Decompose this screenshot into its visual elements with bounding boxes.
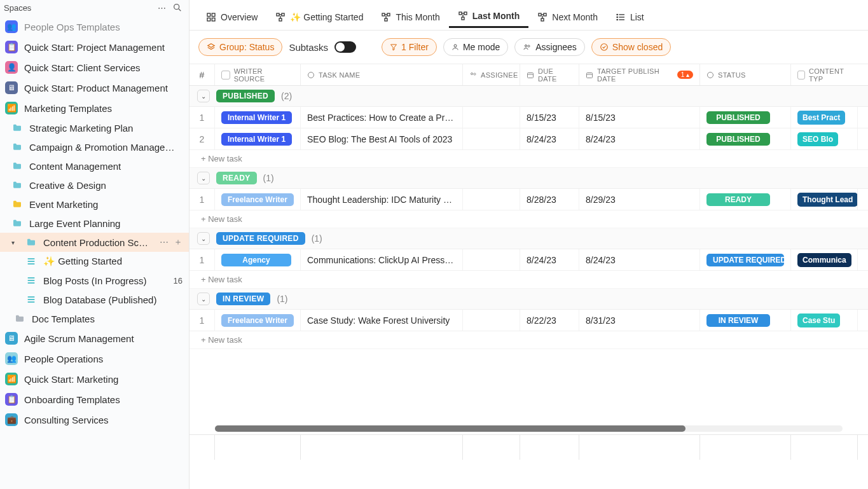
cell-content-type[interactable]: Thought Lead bbox=[791, 189, 858, 210]
new-task-button[interactable]: + New task bbox=[189, 271, 868, 289]
more-icon[interactable]: ⋯ bbox=[160, 237, 169, 247]
me-mode-chip[interactable]: Me mode bbox=[443, 38, 508, 56]
sort-badge[interactable]: 1▴ bbox=[677, 71, 693, 79]
cell-writer[interactable]: Internal Writer 1 bbox=[215, 128, 301, 149]
col-target-publish[interactable]: TARGET PUBLISH DATE 1▴ bbox=[579, 64, 700, 85]
cell-publish-date[interactable]: 8/24/23 bbox=[579, 128, 700, 149]
cell-task-name[interactable]: Best Practices: How to Create a Pr… bbox=[301, 107, 463, 128]
sidebar-item[interactable]: Large Event Planning bbox=[0, 214, 189, 233]
cell-content-type[interactable]: Communica bbox=[791, 249, 858, 270]
view-tab[interactable]: Last Month bbox=[449, 6, 529, 28]
sidebar-item[interactable]: 📋Quick Start: Project Management bbox=[0, 37, 189, 57]
cell-writer[interactable]: Freelance Writer bbox=[215, 189, 301, 210]
collapse-icon[interactable]: ⌄ bbox=[197, 172, 210, 184]
group-header[interactable]: ⌄PUBLISHED(2) bbox=[189, 86, 868, 107]
table-row[interactable]: 1Freelance WriterThought Leadership: IDC… bbox=[189, 189, 868, 210]
cell-task-name[interactable]: Case Study: Wake Forest University bbox=[301, 310, 463, 331]
cell-assignee[interactable] bbox=[463, 107, 520, 128]
group-header[interactable]: ⌄READY(1) bbox=[189, 168, 868, 189]
cell-publish-date[interactable]: 8/31/23 bbox=[579, 310, 700, 331]
horizontal-scrollbar[interactable] bbox=[215, 425, 843, 432]
cell-due-date[interactable]: 8/15/23 bbox=[520, 107, 579, 128]
cell-publish-date[interactable]: 8/24/23 bbox=[579, 249, 700, 270]
sidebar-item[interactable]: 📋Onboarding Templates bbox=[0, 389, 189, 410]
group-status-chip[interactable]: Group: Status bbox=[198, 38, 282, 56]
col-assignee[interactable]: ASSIGNEE bbox=[463, 64, 520, 85]
view-tab[interactable]: List bbox=[607, 7, 653, 27]
sidebar-item[interactable]: ✨ Getting Started bbox=[0, 252, 189, 271]
new-task-button[interactable]: + New task bbox=[189, 331, 868, 349]
cell-status[interactable]: PUBLISHED bbox=[700, 107, 791, 128]
sidebar-item[interactable]: Creative & Design bbox=[0, 176, 189, 195]
sidebar-item[interactable]: Doc Templates bbox=[0, 309, 189, 328]
new-task-button[interactable]: + New task bbox=[189, 210, 868, 228]
sidebar-item[interactable]: Strategic Marketing Plan bbox=[0, 118, 189, 137]
sidebar-item[interactable]: 🖥Agile Scrum Management bbox=[0, 328, 189, 348]
scrollbar-thumb[interactable] bbox=[215, 425, 685, 432]
cell-task-name[interactable]: Thought Leadership: IDC Maturity … bbox=[301, 189, 463, 210]
col-content-type[interactable]: CONTENT TYP bbox=[791, 64, 858, 85]
col-writer-source[interactable]: WRITER SOURCE bbox=[215, 64, 301, 85]
group-header[interactable]: ⌄UPDATE REQUIRED(1) bbox=[189, 228, 868, 249]
sidebar-item[interactable]: Event Marketing bbox=[0, 195, 189, 214]
sidebar-item[interactable]: Blog Database (Published) bbox=[0, 290, 189, 309]
assignees-chip[interactable]: Assignees bbox=[514, 38, 585, 56]
add-icon[interactable]: ＋ bbox=[174, 237, 183, 248]
cell-assignee[interactable] bbox=[463, 310, 520, 331]
col-status[interactable]: STATUS bbox=[700, 64, 791, 85]
view-tab[interactable]: This Month bbox=[372, 7, 448, 27]
cell-due-date[interactable]: 8/28/23 bbox=[520, 189, 579, 210]
col-task-name[interactable]: TASK NAME bbox=[301, 64, 463, 85]
cell-due-date[interactable]: 8/24/23 bbox=[520, 128, 579, 149]
sidebar-item[interactable]: 👥People Operations bbox=[0, 348, 189, 369]
new-task-button[interactable]: + New task bbox=[189, 150, 868, 168]
sidebar-item[interactable]: Content Management bbox=[0, 156, 189, 176]
sidebar-item[interactable]: 📶Quick Start: Marketing bbox=[0, 369, 189, 389]
view-tab[interactable]: Overview bbox=[197, 7, 266, 27]
sidebar-item[interactable]: Blog Posts (In Progress)16 bbox=[0, 271, 189, 290]
sidebar-item[interactable]: 🖥Quick Start: Product Management bbox=[0, 78, 189, 98]
table-row[interactable]: 1Freelance WriterCase Study: Wake Forest… bbox=[189, 310, 868, 331]
view-tab[interactable]: Next Month bbox=[528, 7, 607, 27]
group-header[interactable]: ⌄IN REVIEW(1) bbox=[189, 289, 868, 310]
col-due-date[interactable]: DUE DATE bbox=[520, 64, 579, 85]
cell-assignee[interactable] bbox=[463, 128, 520, 149]
sidebar-item[interactable]: 💼Consulting Services bbox=[0, 410, 189, 430]
cell-assignee[interactable] bbox=[463, 189, 520, 210]
cell-due-date[interactable]: 8/24/23 bbox=[520, 249, 579, 270]
cell-due-date[interactable]: 8/22/23 bbox=[520, 310, 579, 331]
cell-writer[interactable]: Agency bbox=[215, 249, 301, 270]
cell-assignee[interactable] bbox=[463, 249, 520, 270]
collapse-icon[interactable]: ⌄ bbox=[197, 232, 210, 245]
cell-content-type[interactable]: Case Stu bbox=[791, 310, 858, 331]
sidebar-item[interactable]: ▾Content Production Scal…⋯＋ bbox=[0, 233, 189, 252]
cell-publish-date[interactable]: 8/29/23 bbox=[579, 189, 700, 210]
sidebar-item[interactable]: 👥People Ops Templates bbox=[0, 17, 189, 37]
sidebar-more-icon[interactable]: ⋯ bbox=[158, 3, 166, 13]
sidebar-item[interactable]: Campaign & Promotion Manage… bbox=[0, 137, 189, 156]
cell-status[interactable]: UPDATE REQUIRED bbox=[700, 249, 791, 270]
collapse-icon[interactable]: ⌄ bbox=[197, 90, 210, 102]
table-row[interactable]: 1Internal Writer 1Best Practices: How to… bbox=[189, 107, 868, 128]
cell-status[interactable]: READY bbox=[700, 189, 791, 210]
cell-status[interactable]: IN REVIEW bbox=[700, 310, 791, 331]
collapse-icon[interactable]: ⌄ bbox=[197, 293, 210, 305]
filter-chip[interactable]: 1 Filter bbox=[382, 38, 437, 56]
search-icon[interactable] bbox=[172, 3, 183, 13]
table-row[interactable]: 1AgencyCommunications: ClickUp AI Press…… bbox=[189, 249, 868, 271]
show-closed-chip[interactable]: Show closed bbox=[591, 38, 671, 56]
subtasks-toggle[interactable] bbox=[334, 41, 356, 53]
col-number[interactable]: # bbox=[189, 64, 215, 85]
view-tab[interactable]: ✨ Getting Started bbox=[266, 7, 372, 27]
sidebar-item[interactable]: 📶Marketing Templates bbox=[0, 98, 189, 118]
table-row[interactable]: 2Internal Writer 1SEO Blog: The Best AI … bbox=[189, 128, 868, 150]
cell-task-name[interactable]: SEO Blog: The Best AI Tools of 2023 bbox=[301, 128, 463, 149]
cell-writer[interactable]: Freelance Writer bbox=[215, 310, 301, 331]
cell-publish-date[interactable]: 8/15/23 bbox=[579, 107, 700, 128]
cell-content-type[interactable]: SEO Blo bbox=[791, 128, 858, 149]
cell-task-name[interactable]: Communications: ClickUp AI Press… bbox=[301, 249, 463, 270]
cell-writer[interactable]: Internal Writer 1 bbox=[215, 107, 301, 128]
cell-content-type[interactable]: Best Pract bbox=[791, 107, 858, 128]
cell-status[interactable]: PUBLISHED bbox=[700, 128, 791, 149]
sidebar-item[interactable]: 👤Quick Start: Client Services bbox=[0, 57, 189, 78]
